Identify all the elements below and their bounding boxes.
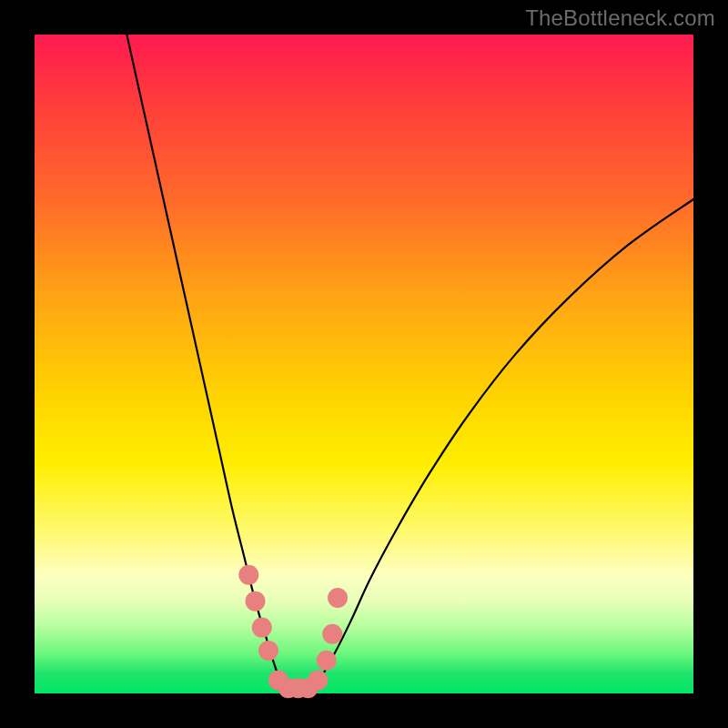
curve-marker [317,651,337,671]
chart-svg [35,35,693,693]
curve-marker [308,671,328,691]
bottleneck-curve [126,35,693,690]
curve-segment [126,35,285,690]
watermark-text: TheBottleneck.com [525,5,715,31]
chart-frame: TheBottleneck.com [0,0,728,728]
curve-marker [322,624,342,644]
plot-area [35,35,693,693]
curve-marker [328,588,348,608]
curve-marker [252,618,272,638]
curve-marker [258,641,278,661]
curve-segment [311,199,693,690]
curve-marker [238,565,258,585]
curve-markers [238,565,348,699]
curve-marker [246,592,266,612]
